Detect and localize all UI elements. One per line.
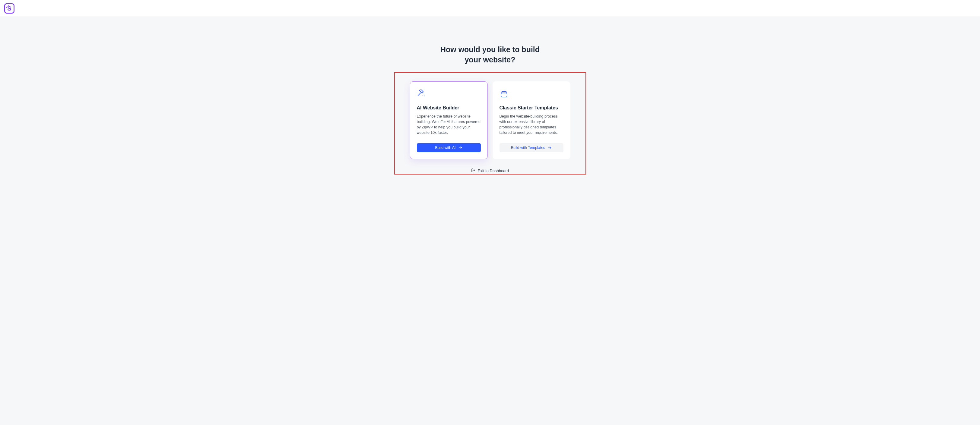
options-highlight-box: AI Website Builder Experience the future… (394, 72, 586, 175)
card-ai-builder[interactable]: AI Website Builder Experience the future… (410, 81, 488, 159)
card-ai-title: AI Website Builder (417, 105, 481, 111)
option-cards-row: AI Website Builder Experience the future… (403, 81, 577, 159)
card-classic-templates[interactable]: Classic Starter Templates Begin the webs… (493, 81, 570, 159)
build-with-ai-label: Build with AI (435, 146, 455, 150)
exit-icon (471, 168, 476, 173)
app-logo[interactable]: S (4, 3, 14, 14)
card-classic-description: Begin the website-building process with … (500, 114, 563, 136)
logo-sparkle-icon (6, 7, 7, 8)
build-with-templates-button[interactable]: Build with Templates (500, 143, 563, 152)
svg-rect-0 (419, 89, 423, 93)
svg-line-1 (418, 93, 420, 95)
exit-to-dashboard-link[interactable]: Exit to Dashboard (471, 168, 509, 174)
page-content: How would you like to build your website… (339, 17, 641, 174)
logo-sparkle-icon (8, 5, 9, 6)
build-with-templates-label: Build with Templates (511, 146, 545, 150)
page-heading: How would you like to build your website… (339, 44, 641, 65)
exit-label: Exit to Dashboard (478, 168, 509, 173)
top-bar: S (0, 0, 980, 17)
logo-letter: S (7, 5, 11, 11)
svg-rect-6 (501, 93, 507, 97)
heading-line-2: your website? (465, 56, 515, 64)
logo-sparkle-icon (6, 6, 8, 6)
heading-line-1: How would you like to build (441, 45, 539, 54)
arrow-right-icon (458, 146, 462, 150)
magic-wand-icon (417, 89, 481, 100)
card-ai-description: Experience the future of website buildin… (417, 114, 481, 136)
arrow-right-icon (547, 146, 552, 150)
card-classic-title: Classic Starter Templates (500, 105, 563, 111)
build-with-ai-button[interactable]: Build with AI (417, 143, 481, 152)
box-stack-icon (500, 89, 563, 100)
logo-container: S (0, 0, 19, 17)
